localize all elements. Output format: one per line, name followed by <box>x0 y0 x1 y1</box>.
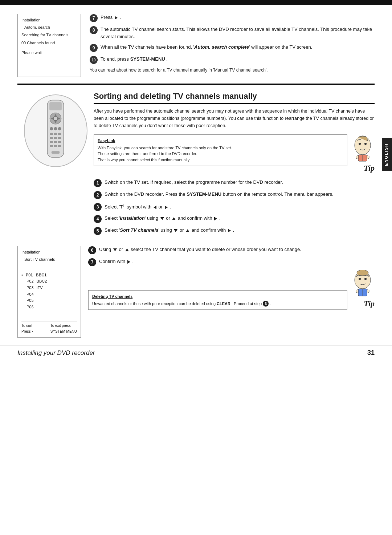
page-number: 31 <box>367 349 375 357</box>
sort-step-2: 2 Switch on the DVD recorder. Press the … <box>94 191 375 199</box>
step-text-7: Press . <box>101 14 375 21</box>
tri-down-6 <box>113 248 117 251</box>
sort-step-text-4: Select 'Installation' using or and confi… <box>105 215 375 222</box>
svg-rect-11 <box>50 133 53 135</box>
step-text-10: To end, press SYSTEM-MENU . <box>101 56 375 63</box>
screen-item2: 00 Channels found <box>21 40 77 46</box>
channel-p05: P05 <box>26 297 77 304</box>
svg-rect-21 <box>54 145 57 147</box>
bottom-area: Installation Sort TV channels ... • P01 … <box>17 246 375 338</box>
tip-box-wrapper: EasyLink With Easylink, you can search f… <box>94 134 347 166</box>
sort-press: Press › <box>21 329 33 335</box>
screen-subtitle: Autom. search <box>24 24 77 31</box>
sort-screen-title: Installation <box>21 249 77 256</box>
channel-p04: P04 <box>26 291 77 298</box>
svg-point-3 <box>53 117 57 121</box>
channel-p06: P06 <box>26 304 77 311</box>
ch-code: P02 <box>26 278 34 285</box>
svg-rect-17 <box>50 141 53 143</box>
sort-step-6: 6 Using or select the TV channel that yo… <box>88 246 375 254</box>
section-divider <box>17 84 375 85</box>
svg-point-32 <box>357 270 368 276</box>
tv-screen-display: Installation Autom. search Searching for… <box>17 14 81 77</box>
channel-p03: P03 ITV <box>26 285 77 291</box>
step-9: 9 When all the TV channels have been fou… <box>90 44 375 52</box>
svg-rect-19 <box>58 141 61 143</box>
exit-label: To exit press <box>50 323 77 329</box>
svg-point-9 <box>54 127 57 130</box>
ellipsis-2: ... <box>24 312 77 318</box>
easylink-line1: With Easylink, you can search for and st… <box>98 145 343 151</box>
screen-item1: Searching for TV channels <box>21 32 77 38</box>
bullet-symbol: • <box>21 272 23 279</box>
svg-point-31 <box>364 278 367 280</box>
sort-step-num-4: 4 <box>94 215 102 223</box>
sort-step-7: 7 Confirm with . <box>88 258 375 266</box>
tri-left-icon <box>154 206 156 209</box>
ellipsis-1: ... <box>24 264 77 271</box>
remote-control-svg <box>39 98 72 163</box>
channel-list: • P01 BBC1 P02 BBC2 P03 ITV P04 P05 <box>21 272 77 311</box>
sort-screen-footer: To sort Press › To exit press SYSTEM MEN… <box>21 321 77 335</box>
channel-p01: • P01 BBC1 <box>21 272 77 279</box>
tri-right-icon-4 <box>214 217 217 220</box>
left-column <box>17 92 94 239</box>
ch-code: P03 <box>26 285 34 291</box>
bottom-steps-column: 6 Using or select the TV channel that yo… <box>88 246 375 338</box>
section-intro: After you have performed the automatic c… <box>94 108 375 129</box>
sort-step-text-7: Confirm with . <box>99 258 375 265</box>
step-8: 8 The automatic TV channel search starts… <box>90 26 375 40</box>
remote-circle-illustration <box>24 94 87 167</box>
sort-label: To sort <box>21 323 33 329</box>
sort-step-num-6: 6 <box>88 246 96 254</box>
sort-step-num-3: 3 <box>94 203 102 211</box>
right-column: Sorting and deleting TV channels manuall… <box>94 92 375 239</box>
page-footer: Installing your DVD recorder 31 <box>0 345 392 362</box>
svg-rect-13 <box>58 133 61 135</box>
bottom-tip-area: Deleting TV channels Unwanted channels o… <box>88 270 375 310</box>
del-tip-wrapper: Deleting TV channels Unwanted channels o… <box>88 290 347 310</box>
sorting-section: Sorting and deleting TV channels manuall… <box>17 92 375 239</box>
sort-step-1: 1 Switch on the TV set. If required, sel… <box>94 179 375 187</box>
tip-label-1: Tip <box>364 163 375 173</box>
screen-title: Installation <box>21 17 77 24</box>
svg-rect-18 <box>54 141 57 143</box>
footer-title: Installing your DVD recorder <box>17 349 95 357</box>
ch-code: P06 <box>26 304 34 311</box>
tri-right-icon <box>165 206 168 209</box>
svg-point-8 <box>50 127 53 130</box>
step-10: 10 To end, press SYSTEM-MENU . <box>90 56 375 64</box>
svg-rect-16 <box>58 137 61 139</box>
tri-down-icon-5 <box>174 229 177 232</box>
delete-tip-title: Deleting TV channels <box>92 293 343 300</box>
tri-up-icon <box>172 217 176 220</box>
ch-name: ITV <box>37 285 43 291</box>
sort-step-num-5: 5 <box>94 227 102 235</box>
sort-steps: 1 Switch on the TV set. If required, sel… <box>94 179 375 235</box>
tri-right-icon-5 <box>228 229 231 232</box>
top-steps-list: 7 Press . 8 The automatic TV channel sea… <box>90 14 375 77</box>
svg-rect-20 <box>50 145 53 147</box>
delete-tip-text: Unwanted channels or those with poor rec… <box>92 301 343 307</box>
tri-down-icon <box>160 217 164 220</box>
svg-point-30 <box>359 278 361 280</box>
svg-rect-15 <box>54 137 57 139</box>
easylink-tip-box: EasyLink With Easylink, you can search f… <box>94 134 347 166</box>
step-num-7: 7 <box>90 14 98 22</box>
easylink-line3: That is why you cannot select this funct… <box>98 157 343 163</box>
tri-right-7 <box>127 260 130 264</box>
step-ref-badge: 6 <box>263 301 269 307</box>
tri-up-6 <box>125 248 129 251</box>
sort-step-text-5: Select 'Sort TV channels' using or and c… <box>105 227 375 234</box>
tip-area: EasyLink With Easylink, you can search f… <box>94 134 375 174</box>
tip-label-2: Tip <box>364 299 375 308</box>
ch-name: BBC1 <box>36 272 46 279</box>
svg-point-10 <box>58 127 61 130</box>
screen-item3: Please wait <box>21 50 77 56</box>
top-section: Installation Autom. search Searching for… <box>17 14 375 77</box>
step-num-9: 9 <box>90 44 98 52</box>
sort-step-4: 4 Select 'Installation' using or and con… <box>94 215 375 223</box>
exit-instructions: To exit press SYSTEM MENU <box>50 323 77 335</box>
character-tip-area: Tip <box>351 134 375 174</box>
sort-instructions: To sort Press › <box>21 323 33 335</box>
